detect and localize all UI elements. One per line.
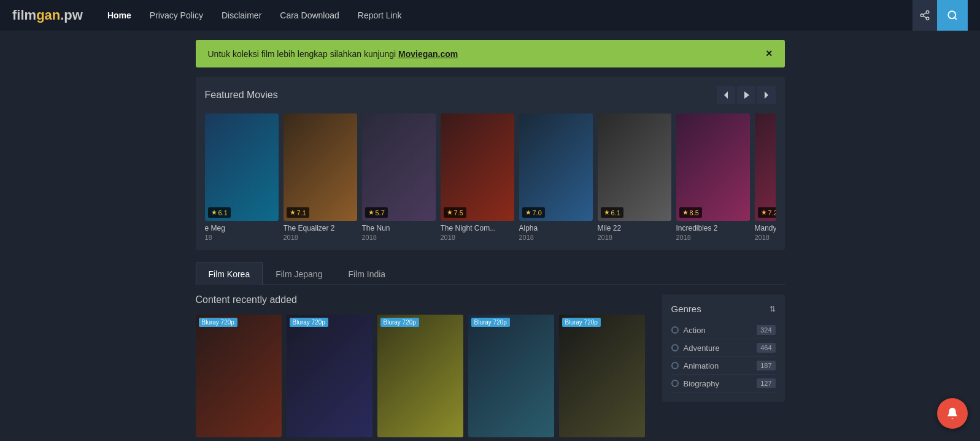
featured-movie-card[interactable]: ★ 6.1 e Meg 18	[205, 113, 279, 241]
bluray-badge: Bluray 720p	[380, 318, 419, 327]
content-movies-grid: Bluray 720p Bluray 720p Bluray 720p Blur…	[196, 315, 653, 437]
movie-rating: ★ 5.7	[365, 207, 388, 218]
search-button[interactable]	[937, 0, 968, 31]
logo-gan: gan	[36, 7, 60, 23]
content-movie-card[interactable]: Bluray 720p	[559, 315, 645, 437]
header-icons	[912, 0, 968, 31]
featured-movie-card[interactable]: ★ 7.0 Alpha 2018	[519, 113, 593, 241]
star-icon: ★	[368, 209, 374, 217]
bluray-badge: Bluray 720p	[199, 318, 237, 327]
svg-point-5	[948, 11, 955, 18]
genre-item[interactable]: Action 324	[671, 321, 776, 339]
featured-movie-card[interactable]: ★ 7.5 The Night Com... 2018	[441, 113, 514, 241]
tab-film-korea[interactable]: Film Korea	[196, 263, 263, 285]
featured-movie-card[interactable]: ★ 8.5 Incredibles 2 2018	[676, 113, 750, 241]
grid-poster: Bluray 720p	[196, 315, 282, 437]
genre-name: Adventure	[684, 343, 757, 353]
genres-list: Action 324 Adventure 464 Animation 187 B…	[671, 321, 776, 393]
nav-privacy[interactable]: Privacy Policy	[150, 10, 203, 20]
star-icon: ★	[604, 209, 610, 217]
genres-sidebar: Genres ⇅ Action 324 Adventure 464 Animat…	[662, 294, 785, 437]
tab-film-jepang[interactable]: Film Jepang	[263, 263, 335, 285]
movie-title: Mile 22	[598, 224, 671, 232]
logo-pw: .pw	[60, 7, 83, 23]
genres-box: Genres ⇅ Action 324 Adventure 464 Animat…	[662, 294, 785, 402]
content-movie-card[interactable]: Bluray 720p	[377, 315, 463, 437]
movie-year: 2018	[519, 234, 593, 241]
notification-button[interactable]	[937, 398, 968, 429]
star-icon: ★	[761, 209, 767, 217]
carousel-controls	[717, 86, 776, 104]
featured-movie-card[interactable]: ★ 6.1 Mile 22 2018	[598, 113, 671, 241]
nav-disclaimer[interactable]: Disclaimer	[222, 10, 261, 20]
movie-poster: ★ 6.1	[598, 113, 671, 221]
movie-year: 2018	[755, 234, 776, 241]
movie-rating: ★ 6.1	[208, 207, 231, 218]
share-icon	[919, 10, 930, 21]
movie-year: 2018	[284, 234, 357, 241]
genres-sort-icon[interactable]: ⇅	[770, 305, 776, 313]
bell-icon	[946, 407, 959, 420]
genres-title: Genres ⇅	[671, 304, 776, 314]
movie-title: Incredibles 2	[676, 224, 750, 232]
movie-title: The Nun	[362, 224, 436, 232]
content-movie-card[interactable]: Bluray 720p	[468, 315, 554, 437]
featured-movies-row: ★ 6.1 e Meg 18 ★ 7.1 The Equalizer 2 201…	[205, 113, 776, 241]
bluray-badge: Bluray 720p	[471, 318, 510, 327]
logo-film: film	[12, 7, 36, 23]
genre-name: Action	[684, 326, 757, 335]
genre-item[interactable]: Adventure 464	[671, 339, 776, 357]
genre-count: 127	[757, 378, 775, 388]
genre-item[interactable]: Animation 187	[671, 357, 776, 375]
search-icon	[947, 10, 958, 21]
nav-caradownload[interactable]: Cara Download	[280, 10, 339, 20]
grid-poster: Bluray 720p	[287, 315, 372, 437]
content-movie-card[interactable]: Bluray 720p	[196, 315, 282, 437]
banner-close-button[interactable]: ×	[766, 47, 773, 60]
genre-radio	[671, 362, 679, 369]
svg-point-0	[926, 11, 929, 14]
main-content: Featured Movies ★ 6.1 e Meg 18	[190, 77, 791, 437]
movie-rating: ★ 7.1	[287, 207, 309, 218]
movie-year: 2018	[441, 234, 514, 241]
movie-poster: ★ 5.7	[362, 113, 436, 221]
chevron-right-icon	[763, 91, 770, 99]
featured-movie-card[interactable]: ★ 5.7 The Nun 2018	[362, 113, 436, 241]
bluray-badge: Bluray 720p	[562, 318, 601, 327]
star-icon: ★	[447, 209, 453, 217]
site-header: filmgan.pw Home Privacy Policy Disclaime…	[0, 0, 980, 31]
genre-item[interactable]: Biography 127	[671, 375, 776, 393]
movie-year: 2018	[598, 234, 671, 241]
movie-rating: ★ 7.5	[444, 207, 466, 218]
genre-radio	[671, 344, 679, 351]
featured-movies-section: Featured Movies ★ 6.1 e Meg 18	[196, 77, 785, 250]
svg-line-3	[923, 16, 926, 18]
svg-line-4	[923, 13, 926, 15]
movie-rating: ★ 8.5	[679, 207, 702, 218]
svg-line-6	[954, 17, 956, 19]
tabs-section: Film KoreaFilm JepangFilm India	[196, 263, 785, 285]
content-movie-card[interactable]: Bluray 720p	[287, 315, 372, 437]
featured-header: Featured Movies	[205, 86, 776, 104]
carousel-next-button[interactable]	[757, 86, 776, 104]
site-logo[interactable]: filmgan.pw	[12, 7, 83, 23]
carousel-prev-button[interactable]	[717, 86, 735, 104]
tab-film-india[interactable]: Film India	[335, 263, 398, 285]
nav-home[interactable]: Home	[107, 10, 131, 20]
movie-title: Alpha	[519, 224, 593, 232]
movie-poster: ★ 7.5	[441, 113, 514, 221]
movie-title: The Equalizer 2	[284, 224, 357, 232]
movie-poster: ★ 8.5	[676, 113, 750, 221]
featured-movie-card[interactable]: ★ 7.1 The Equalizer 2 2018	[284, 113, 357, 241]
star-icon: ★	[290, 209, 296, 217]
banner-link[interactable]: Moviegan.com	[398, 49, 458, 59]
movie-year: 2018	[676, 234, 750, 241]
promo-banner: Untuk koleksi film lebih lengkap silahka…	[196, 40, 785, 67]
content-main: Content recently added Bluray 720p Blura…	[196, 294, 653, 437]
nav-reportlink[interactable]: Report Link	[358, 10, 402, 20]
movie-poster: ★ 6.1	[205, 113, 279, 221]
carousel-play-button[interactable]	[737, 86, 755, 104]
share-button[interactable]	[912, 0, 937, 31]
featured-movie-card[interactable]: ★ 7.2 Mandy 2018	[755, 113, 776, 241]
movie-rating: ★ 7.2	[758, 207, 776, 218]
